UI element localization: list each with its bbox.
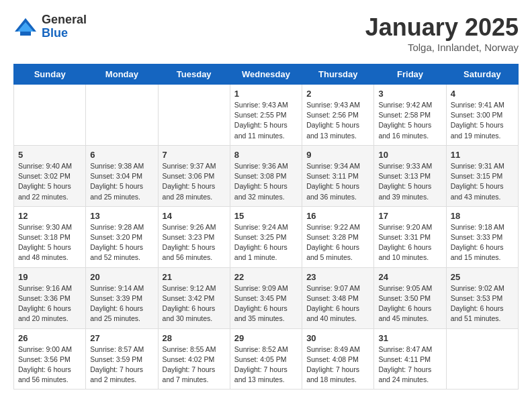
calendar-cell: [446, 328, 518, 390]
day-info: Sunrise: 9:31 AM Sunset: 3:15 PM Dayligh…: [451, 161, 514, 202]
day-number: 25: [451, 272, 514, 282]
day-info: Sunrise: 9:16 AM Sunset: 3:36 PM Dayligh…: [18, 283, 81, 324]
day-info: Sunrise: 9:14 AM Sunset: 3:39 PM Dayligh…: [90, 283, 153, 324]
day-info: Sunrise: 9:26 AM Sunset: 3:23 PM Dayligh…: [163, 222, 226, 263]
weekday-header-saturday: Saturday: [446, 64, 518, 85]
day-info: Sunrise: 9:28 AM Sunset: 3:20 PM Dayligh…: [90, 222, 153, 263]
day-number: 13: [90, 211, 153, 221]
day-number: 29: [234, 333, 298, 343]
day-number: 9: [306, 150, 369, 160]
day-info: Sunrise: 9:41 AM Sunset: 3:00 PM Dayligh…: [451, 100, 514, 141]
calendar-cell: 9Sunrise: 9:34 AM Sunset: 3:11 PM Daylig…: [302, 145, 374, 206]
day-info: Sunrise: 9:33 AM Sunset: 3:13 PM Dayligh…: [378, 161, 441, 202]
day-number: 19: [18, 272, 81, 282]
logo-general-text: General: [42, 13, 87, 27]
day-number: 2: [306, 89, 369, 99]
week-row-5: 26Sunrise: 9:00 AM Sunset: 3:56 PM Dayli…: [14, 328, 519, 390]
calendar-cell: 11Sunrise: 9:31 AM Sunset: 3:15 PM Dayli…: [446, 145, 518, 206]
day-info: Sunrise: 9:38 AM Sunset: 3:04 PM Dayligh…: [90, 161, 153, 202]
day-info: Sunrise: 9:22 AM Sunset: 3:28 PM Dayligh…: [306, 222, 369, 263]
weekday-header-tuesday: Tuesday: [158, 64, 230, 85]
calendar-cell: 1Sunrise: 9:43 AM Sunset: 2:55 PM Daylig…: [230, 85, 302, 146]
day-number: 4: [451, 89, 514, 99]
week-row-4: 19Sunrise: 9:16 AM Sunset: 3:36 PM Dayli…: [14, 267, 519, 328]
calendar-location: Tolga, Innlandet, Norway: [365, 42, 519, 53]
day-number: 10: [378, 150, 441, 160]
day-info: Sunrise: 9:00 AM Sunset: 3:56 PM Dayligh…: [18, 345, 81, 385]
day-number: 17: [378, 211, 441, 221]
day-number: 7: [163, 150, 226, 160]
day-number: 18: [451, 211, 514, 221]
logo: General Blue: [13, 13, 87, 40]
calendar-cell: 30Sunrise: 8:49 AM Sunset: 4:08 PM Dayli…: [302, 328, 374, 390]
calendar-cell: 3Sunrise: 9:42 AM Sunset: 2:58 PM Daylig…: [374, 85, 446, 146]
day-info: Sunrise: 9:40 AM Sunset: 3:02 PM Dayligh…: [18, 161, 81, 202]
day-number: 1: [234, 89, 298, 99]
day-info: Sunrise: 8:47 AM Sunset: 4:11 PM Dayligh…: [378, 345, 441, 385]
weekday-header-friday: Friday: [374, 64, 446, 85]
day-number: 21: [163, 272, 226, 282]
calendar-title: January 2025: [365, 13, 519, 42]
day-info: Sunrise: 9:43 AM Sunset: 2:55 PM Dayligh…: [234, 100, 298, 141]
calendar-cell: [86, 85, 158, 146]
day-number: 27: [90, 333, 153, 343]
day-info: Sunrise: 9:05 AM Sunset: 3:50 PM Dayligh…: [378, 283, 441, 324]
calendar-cell: 4Sunrise: 9:41 AM Sunset: 3:00 PM Daylig…: [446, 85, 518, 146]
calendar-cell: 19Sunrise: 9:16 AM Sunset: 3:36 PM Dayli…: [14, 267, 86, 328]
calendar-cell: 25Sunrise: 9:02 AM Sunset: 3:53 PM Dayli…: [446, 267, 518, 328]
weekday-header-monday: Monday: [86, 64, 158, 85]
day-number: 26: [18, 333, 81, 343]
calendar-cell: 29Sunrise: 8:52 AM Sunset: 4:05 PM Dayli…: [230, 328, 302, 390]
day-number: 23: [306, 272, 369, 282]
calendar-cell: [14, 85, 86, 146]
calendar-cell: 22Sunrise: 9:09 AM Sunset: 3:45 PM Dayli…: [230, 267, 302, 328]
weekday-header-sunday: Sunday: [14, 64, 86, 85]
day-info: Sunrise: 9:42 AM Sunset: 2:58 PM Dayligh…: [378, 100, 441, 141]
calendar-cell: 20Sunrise: 9:14 AM Sunset: 3:39 PM Dayli…: [86, 267, 158, 328]
calendar-cell: 15Sunrise: 9:24 AM Sunset: 3:25 PM Dayli…: [230, 206, 302, 267]
calendar-cell: 12Sunrise: 9:30 AM Sunset: 3:18 PM Dayli…: [14, 206, 86, 267]
logo-blue-text: Blue: [42, 27, 87, 40]
week-row-1: 1Sunrise: 9:43 AM Sunset: 2:55 PM Daylig…: [14, 85, 519, 146]
day-number: 14: [163, 211, 226, 221]
day-number: 5: [18, 150, 81, 160]
calendar-cell: 2Sunrise: 9:43 AM Sunset: 2:56 PM Daylig…: [302, 85, 374, 146]
calendar-cell: 17Sunrise: 9:20 AM Sunset: 3:31 PM Dayli…: [374, 206, 446, 267]
svg-rect-2: [20, 32, 31, 36]
week-row-2: 5Sunrise: 9:40 AM Sunset: 3:02 PM Daylig…: [14, 145, 519, 206]
calendar-cell: 7Sunrise: 9:37 AM Sunset: 3:06 PM Daylig…: [158, 145, 230, 206]
day-number: 11: [451, 150, 514, 160]
calendar-cell: 8Sunrise: 9:36 AM Sunset: 3:08 PM Daylig…: [230, 145, 302, 206]
weekday-header-row: SundayMondayTuesdayWednesdayThursdayFrid…: [14, 64, 519, 85]
day-info: Sunrise: 8:55 AM Sunset: 4:02 PM Dayligh…: [163, 345, 226, 385]
weekday-header-thursday: Thursday: [302, 64, 374, 85]
calendar-cell: 16Sunrise: 9:22 AM Sunset: 3:28 PM Dayli…: [302, 206, 374, 267]
calendar-cell: 27Sunrise: 8:57 AM Sunset: 3:59 PM Dayli…: [86, 328, 158, 390]
day-number: 31: [378, 333, 441, 343]
calendar-cell: 24Sunrise: 9:05 AM Sunset: 3:50 PM Dayli…: [374, 267, 446, 328]
day-info: Sunrise: 9:30 AM Sunset: 3:18 PM Dayligh…: [18, 222, 81, 263]
calendar-cell: 5Sunrise: 9:40 AM Sunset: 3:02 PM Daylig…: [14, 145, 86, 206]
calendar-cell: 28Sunrise: 8:55 AM Sunset: 4:02 PM Dayli…: [158, 328, 230, 390]
day-info: Sunrise: 9:37 AM Sunset: 3:06 PM Dayligh…: [163, 161, 226, 202]
calendar-cell: 21Sunrise: 9:12 AM Sunset: 3:42 PM Dayli…: [158, 267, 230, 328]
day-info: Sunrise: 9:09 AM Sunset: 3:45 PM Dayligh…: [234, 283, 298, 324]
calendar-cell: 13Sunrise: 9:28 AM Sunset: 3:20 PM Dayli…: [86, 206, 158, 267]
day-info: Sunrise: 9:20 AM Sunset: 3:31 PM Dayligh…: [378, 222, 441, 263]
logo-text: General Blue: [42, 13, 87, 40]
weekday-header-wednesday: Wednesday: [230, 64, 302, 85]
calendar-cell: 23Sunrise: 9:07 AM Sunset: 3:48 PM Dayli…: [302, 267, 374, 328]
day-info: Sunrise: 8:49 AM Sunset: 4:08 PM Dayligh…: [306, 345, 369, 385]
calendar-cell: 26Sunrise: 9:00 AM Sunset: 3:56 PM Dayli…: [14, 328, 86, 390]
calendar-cell: 14Sunrise: 9:26 AM Sunset: 3:23 PM Dayli…: [158, 206, 230, 267]
day-number: 15: [234, 211, 298, 221]
day-number: 20: [90, 272, 153, 282]
day-info: Sunrise: 9:36 AM Sunset: 3:08 PM Dayligh…: [234, 161, 298, 202]
day-info: Sunrise: 9:34 AM Sunset: 3:11 PM Dayligh…: [306, 161, 369, 202]
day-number: 16: [306, 211, 369, 221]
calendar-cell: [158, 85, 230, 146]
day-info: Sunrise: 9:02 AM Sunset: 3:53 PM Dayligh…: [451, 283, 514, 324]
calendar-cell: 18Sunrise: 9:18 AM Sunset: 3:33 PM Dayli…: [446, 206, 518, 267]
day-info: Sunrise: 9:07 AM Sunset: 3:48 PM Dayligh…: [306, 283, 369, 324]
day-number: 24: [378, 272, 441, 282]
